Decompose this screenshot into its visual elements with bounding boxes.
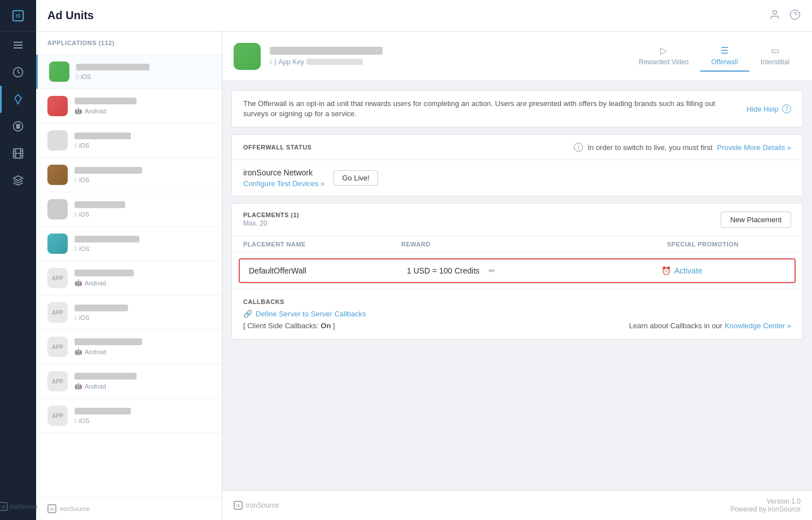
app-header-card:  | App Key ▷ Rewarded Video ☰ xyxy=(222,32,812,81)
edit-icon[interactable]: ✏ xyxy=(489,266,495,275)
placements-title-block: PLACEMENTS (1) Max. 20 xyxy=(243,211,299,227)
film-icon xyxy=(12,148,24,159)
apple-icon-small:  xyxy=(270,58,272,66)
knowledge-center-link[interactable]: Knowledge Center » xyxy=(725,321,791,330)
tab-rewarded-video[interactable]: ▷ Rewarded Video xyxy=(627,41,700,72)
reward-value: 1 USD = 100 Credits xyxy=(407,266,480,275)
activate-cell: ⏰ Activate xyxy=(661,266,785,275)
placements-table-header: PLACEMENT NAME REWARD SPECIAL PROMOTION xyxy=(232,236,802,253)
callbacks-title: CALLBACKS xyxy=(243,298,791,305)
app-platform: iOS xyxy=(74,142,210,149)
app-icon: APP xyxy=(47,302,68,323)
new-placement-button[interactable]: New Placement xyxy=(721,211,791,228)
sidebar-menu-toggle[interactable] xyxy=(0,34,36,56)
placement-name: DefaultOfferWall xyxy=(249,266,407,275)
app-name-blur xyxy=(76,64,150,70)
svg-marker-1 xyxy=(15,95,21,104)
tab-navigation: ▷ Rewarded Video ☰ Offerwall ▭ Interstit… xyxy=(627,41,801,72)
app-name-blur xyxy=(74,338,142,345)
list-item[interactable]:  iOS xyxy=(36,55,222,89)
tab-interstitial[interactable]: ▭ Interstitial xyxy=(749,41,801,72)
list-item[interactable]: 🤖 Android xyxy=(36,89,222,124)
pipe-separator: | xyxy=(274,58,276,66)
list-item[interactable]: iOS xyxy=(36,158,222,192)
app-name-blur xyxy=(270,47,383,55)
status-card-header: OFFERWALL STATUS i In order to switch to… xyxy=(232,135,802,160)
app-list-header: APPLICATIONS (112) xyxy=(36,32,222,55)
sidebar-logo: IS xyxy=(12,10,24,21)
user-icon[interactable] xyxy=(769,9,780,23)
configure-test-devices-link[interactable]: Configure Test Devices » xyxy=(243,179,324,188)
clock-circle-icon: ⏰ xyxy=(661,266,671,275)
sidebar-item-promote[interactable] xyxy=(0,113,36,140)
status-notice-text: In order to switch to live, you must fir… xyxy=(587,143,712,152)
app-name-blur xyxy=(74,270,134,276)
placements-title: PLACEMENTS (1) xyxy=(243,211,299,218)
footer-brand-label: ironSource xyxy=(246,501,279,509)
go-live-button[interactable]: Go Live! xyxy=(333,170,378,186)
col-header-reward: REWARD xyxy=(401,241,667,248)
app-icon: APP xyxy=(47,371,68,391)
app-name-blur xyxy=(74,98,137,104)
list-item[interactable]: iOS xyxy=(36,227,222,261)
list-item[interactable]: iOS xyxy=(36,192,222,227)
list-item[interactable]: iOS xyxy=(36,124,222,158)
client-side-text: [ Client Side Callbacks: On ] xyxy=(243,321,335,330)
activate-link[interactable]: Activate xyxy=(674,266,703,275)
app-name-blur xyxy=(74,133,131,139)
status-notice: i In order to switch to live, you must f… xyxy=(574,143,791,152)
provide-details-link[interactable]: Provide More Details » xyxy=(717,143,792,152)
footer-brand-row: IS ironSource xyxy=(234,501,279,510)
version-text: Version 1.0 xyxy=(730,497,801,505)
app-icon: APP xyxy=(47,337,68,357)
app-key-label: App Key xyxy=(279,58,304,66)
network-name: ironSource Network xyxy=(243,168,324,177)
offerwall-status-card: OFFERWALL STATUS i In order to switch to… xyxy=(231,134,803,196)
app-icon xyxy=(47,165,68,185)
app-platform: iOS xyxy=(74,211,210,218)
svg-point-11 xyxy=(773,10,777,14)
layers-icon xyxy=(12,175,24,186)
square-icon: ▭ xyxy=(771,45,779,56)
svg-marker-10 xyxy=(14,176,23,180)
play-icon: ▷ xyxy=(660,45,667,56)
list-item[interactable]: APP 🤖Android xyxy=(36,261,222,296)
sidebar-item-layers[interactable] xyxy=(0,167,36,194)
col-header-name: PLACEMENT NAME xyxy=(243,241,401,248)
callbacks-section: CALLBACKS 🔗 Define Server to Server Call… xyxy=(232,289,802,339)
svg-point-12 xyxy=(791,10,800,19)
define-callbacks-link[interactable]: Define Server to Server Callbacks xyxy=(256,310,366,318)
app-platform:  iOS xyxy=(76,73,210,80)
app-name-blur xyxy=(74,236,139,243)
col-header-promotion: SPECIAL PROMOTION xyxy=(667,241,791,248)
app-icon xyxy=(49,61,69,82)
list-item[interactable]: APP 🤖Android xyxy=(36,330,222,364)
list-item[interactable]: APP iOS xyxy=(36,296,222,330)
diamond-icon xyxy=(12,94,24,105)
app-platform: 🤖Android xyxy=(74,382,210,390)
footer-logo-icon: IS xyxy=(234,501,243,510)
help-icon[interactable] xyxy=(789,9,801,23)
status-row: ironSource Network Configure Test Device… xyxy=(232,160,802,196)
link-icon: 🔗 xyxy=(243,310,252,318)
placements-card: PLACEMENTS (1) Max. 20 New Placement PLA… xyxy=(231,203,803,340)
placements-header: PLACEMENTS (1) Max. 20 New Placement xyxy=(232,204,802,236)
app-name-blur xyxy=(74,408,131,415)
page-title: Ad Units xyxy=(47,9,94,22)
sidebar-item-monetize[interactable] xyxy=(0,86,36,113)
sidebar-item-analytics[interactable] xyxy=(0,59,36,86)
app-icon xyxy=(47,130,68,151)
reward-cell: 1 USD = 100 Credits ✏ xyxy=(407,266,661,275)
app-icon xyxy=(47,233,68,254)
app-platform: 🤖 Android xyxy=(74,107,210,114)
tab-offerwall[interactable]: ☰ Offerwall xyxy=(700,41,749,72)
hide-help-link[interactable]: Hide Help xyxy=(747,105,779,113)
sidebar: IS xyxy=(0,0,36,520)
list-item[interactable]: APP iOS xyxy=(36,399,222,433)
list-item[interactable]: APP 🤖Android xyxy=(36,364,222,399)
sidebar-item-media[interactable] xyxy=(0,140,36,167)
app-icon xyxy=(47,96,68,116)
app-list-footer: IS ironSource xyxy=(36,497,222,520)
knowledge-center-row: Learn about Callbacks in our Knowledge C… xyxy=(629,321,791,330)
rocket-icon xyxy=(12,121,24,132)
